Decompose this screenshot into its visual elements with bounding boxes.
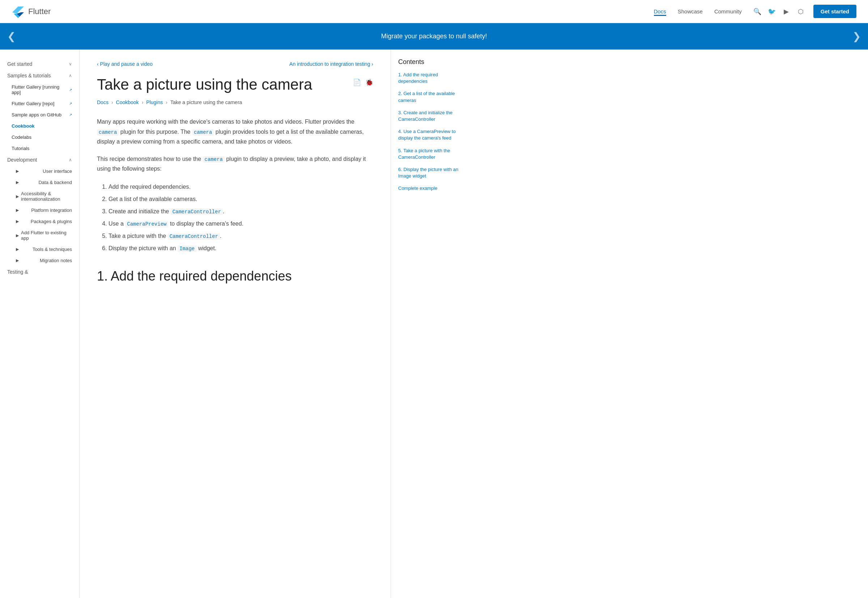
sidebar-item-platform-integration[interactable]: ▶ Platform integration bbox=[0, 205, 79, 216]
contents-title: Contents bbox=[398, 58, 463, 66]
step-6: Display the picture with an Image widget… bbox=[109, 242, 373, 254]
header: Flutter Docs Showcase Community 🔍 🐦 ▶ ⬡ … bbox=[0, 0, 868, 23]
sidebar-label-packages-plugins: Packages & plugins bbox=[31, 219, 72, 224]
code-camera-3: camera bbox=[203, 156, 224, 163]
intro-paragraph-2: This recipe demonstrates how to use the … bbox=[97, 154, 373, 174]
chevron-up-icon: ∧ bbox=[69, 157, 72, 162]
section-1-heading: 1. Add the required dependencies bbox=[97, 269, 373, 284]
sidebar-item-migration-notes[interactable]: ▶ Migration notes bbox=[0, 255, 79, 266]
banner-text: Migrate your packages to null safety! bbox=[23, 33, 845, 40]
sidebar-item-tools-techniques[interactable]: ▶ Tools & techniques bbox=[0, 244, 79, 255]
sidebar-item-ui[interactable]: ▶ User interface bbox=[0, 166, 79, 177]
step-4: Use a CameraPreview to display the camer… bbox=[109, 218, 373, 230]
flutter-logo-icon bbox=[12, 5, 25, 18]
nav-showcase[interactable]: Showcase bbox=[678, 7, 703, 16]
banner-left-arrow[interactable]: ❮ bbox=[7, 30, 15, 42]
banner: ❮ Migrate your packages to null safety! … bbox=[0, 23, 868, 49]
twitter-icon[interactable]: 🐦 bbox=[768, 7, 776, 15]
step-3: Create and initialize the CameraControll… bbox=[109, 206, 373, 217]
sidebar-item-gallery-repo[interactable]: Flutter Gallery [repo] ↗ bbox=[0, 98, 79, 109]
breadcrumb-sep-2: › bbox=[142, 99, 144, 105]
external-link-icon: ↗ bbox=[69, 102, 72, 106]
intro-paragraph-1: Many apps require working with the devic… bbox=[97, 117, 373, 147]
breadcrumb-sep-3: › bbox=[166, 99, 168, 105]
document-icon[interactable]: 📄 bbox=[353, 78, 361, 87]
sidebar-item-samples[interactable]: Samples & tutorials ∧ bbox=[0, 70, 79, 81]
chevron-down-icon: ∨ bbox=[69, 61, 72, 67]
breadcrumb-plugins[interactable]: Plugins bbox=[146, 99, 163, 105]
github-icon[interactable]: ⬡ bbox=[797, 7, 805, 15]
header-nav: Docs Showcase Community bbox=[654, 7, 742, 16]
search-icon[interactable]: 🔍 bbox=[753, 7, 761, 15]
sidebar-label-add-flutter: Add Flutter to existing app bbox=[21, 230, 72, 241]
step-5: Take a picture with the CameraController… bbox=[109, 230, 373, 242]
sidebar-label-cookbook: Cookbook bbox=[12, 123, 35, 129]
sidebar-item-codelabs[interactable]: Codelabs bbox=[0, 132, 79, 143]
breadcrumb-sep-1: › bbox=[111, 99, 113, 105]
sidebar-label-codelabs: Codelabs bbox=[12, 135, 31, 140]
sidebar-label-migration-notes: Migration notes bbox=[40, 258, 72, 263]
contents-panel: Contents 1. Add the required dependencie… bbox=[391, 49, 470, 598]
sidebar-item-sample-apps[interactable]: Sample apps on GitHub ↗ bbox=[0, 109, 79, 120]
page-layout: Get started ∨ Samples & tutorials ∧ Flut… bbox=[0, 49, 868, 598]
nav-docs[interactable]: Docs bbox=[654, 7, 666, 16]
bug-icon[interactable]: 🐞 bbox=[365, 78, 373, 87]
external-link-icon: ↗ bbox=[69, 88, 72, 92]
chevron-up-icon: ∧ bbox=[69, 73, 72, 78]
sidebar-label-development: Development bbox=[7, 157, 37, 163]
step-1: Add the required dependencies. bbox=[109, 181, 373, 193]
sidebar-item-testing[interactable]: Testing & bbox=[0, 266, 79, 278]
prev-link[interactable]: ‹ Play and pause a video bbox=[97, 61, 153, 67]
contents-link-2[interactable]: 2. Get a list of the available cameras bbox=[398, 90, 463, 103]
sidebar-item-gallery-running[interactable]: Flutter Gallery [running app] ↗ bbox=[0, 81, 79, 98]
code-camerapreview: CameraPreview bbox=[125, 221, 168, 227]
code-camera-2: camera bbox=[192, 129, 214, 136]
code-cameracontroller-2: CameraController bbox=[168, 233, 220, 240]
steps-list: Add the required dependencies. Get a lis… bbox=[109, 181, 373, 254]
contents-link-3[interactable]: 3. Create and initialize the CameraContr… bbox=[398, 109, 463, 123]
sidebar-item-packages-plugins[interactable]: ▶ Packages & plugins bbox=[0, 216, 79, 227]
sidebar-item-cookbook[interactable]: Cookbook bbox=[0, 120, 79, 132]
sidebar-label-platform-integration: Platform integration bbox=[31, 208, 72, 213]
sidebar-label-gallery-running: Flutter Gallery [running app] bbox=[12, 84, 69, 95]
main-content: ‹ Play and pause a video An introduction… bbox=[79, 49, 391, 598]
sidebar-item-add-flutter[interactable]: ▶ Add Flutter to existing app bbox=[0, 227, 79, 244]
sidebar-label-sample-apps: Sample apps on GitHub bbox=[12, 112, 61, 118]
breadcrumb: Docs › Cookbook › Plugins › Take a pictu… bbox=[97, 99, 373, 105]
youtube-icon[interactable]: ▶ bbox=[782, 7, 790, 15]
contents-link-5[interactable]: 5. Take a picture with the CameraControl… bbox=[398, 148, 463, 160]
sidebar-item-development[interactable]: Development ∧ bbox=[0, 154, 79, 166]
breadcrumb-cookbook[interactable]: Cookbook bbox=[116, 99, 139, 105]
external-link-icon: ↗ bbox=[69, 113, 72, 117]
sidebar-label-data-backend: Data & backend bbox=[38, 180, 72, 185]
sidebar-item-data-backend[interactable]: ▶ Data & backend bbox=[0, 177, 79, 188]
contents-link-complete[interactable]: Complete example bbox=[398, 185, 463, 191]
code-camera-1: camera bbox=[97, 129, 119, 136]
breadcrumb-docs[interactable]: Docs bbox=[97, 99, 109, 105]
sidebar-item-accessibility[interactable]: ▶ Accessibility & internationalization bbox=[0, 188, 79, 205]
prev-next-nav: ‹ Play and pause a video An introduction… bbox=[97, 61, 373, 67]
contents-link-6[interactable]: 6. Display the picture with an Image wid… bbox=[398, 166, 463, 179]
get-started-button[interactable]: Get started bbox=[813, 5, 856, 18]
contents-link-1[interactable]: 1. Add the required dependencies bbox=[398, 72, 463, 85]
sidebar-label-get-started: Get started bbox=[7, 61, 32, 67]
page-title: Take a picture using the camera bbox=[97, 76, 353, 94]
code-image: Image bbox=[178, 245, 196, 252]
breadcrumb-current: Take a picture using the camera bbox=[171, 99, 242, 105]
sidebar-label-samples: Samples & tutorials bbox=[7, 73, 51, 78]
logo[interactable]: Flutter bbox=[12, 5, 51, 18]
banner-right-arrow[interactable]: ❯ bbox=[853, 30, 861, 42]
sidebar-item-tutorials[interactable]: Tutorials bbox=[0, 143, 79, 154]
sidebar-label-ui: User interface bbox=[43, 169, 72, 174]
page-header-icons: 📄 🐞 bbox=[353, 78, 373, 87]
header-icons: 🔍 🐦 ▶ ⬡ bbox=[753, 7, 805, 15]
contents-link-4[interactable]: 4. Use a CameraPreview to display the ca… bbox=[398, 129, 463, 141]
code-cameracontroller-1: CameraController bbox=[171, 209, 223, 215]
sidebar-item-get-started[interactable]: Get started ∨ bbox=[0, 58, 79, 70]
step-2: Get a list of the available cameras. bbox=[109, 193, 373, 205]
nav-community[interactable]: Community bbox=[714, 7, 742, 16]
sidebar-label-tutorials: Tutorials bbox=[12, 146, 29, 151]
sidebar-label-accessibility: Accessibility & internationalization bbox=[21, 191, 72, 202]
next-link[interactable]: An introduction to integration testing › bbox=[289, 61, 373, 67]
sidebar-label-testing: Testing & bbox=[7, 269, 28, 275]
